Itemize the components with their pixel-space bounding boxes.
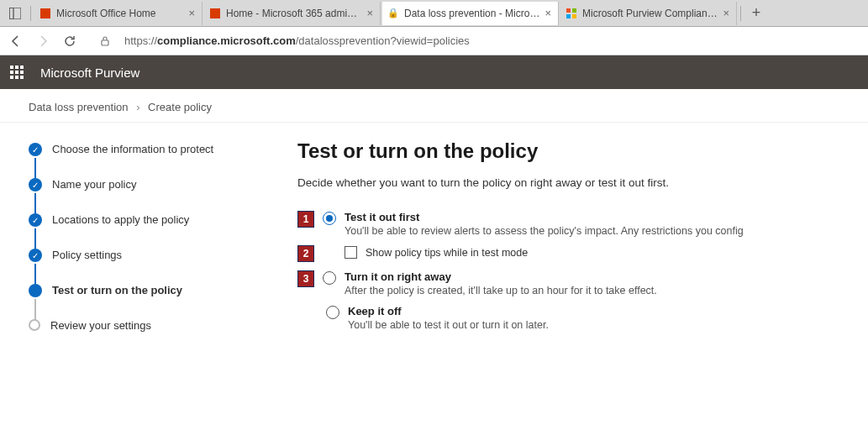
breadcrumb: Data loss prevention › Create policy [0, 89, 868, 123]
option-desc: You'll be able to test it out or turn it… [348, 319, 549, 331]
checkbox-show-tips[interactable] [345, 246, 357, 259]
chevron-right-icon: › [136, 101, 139, 113]
wizard-step-label: Policy settings [52, 249, 122, 261]
wizard-steps: ✓ Choose the information to protect ✓ Na… [29, 139, 247, 339]
wizard-step-label: Choose the information to protect [52, 143, 213, 155]
step-connector [34, 158, 36, 180]
svg-rect-8 [102, 40, 108, 45]
favicon-office-icon [39, 8, 51, 19]
option-keep-off: Keep it off You'll be able to test it ou… [297, 305, 839, 331]
brand-title: Microsoft Purview [40, 66, 139, 80]
favicon-lock-icon: 🔒 [387, 8, 399, 19]
option-test-sub: 2 Show policy tips while in test mode [297, 245, 839, 262]
svg-rect-2 [40, 8, 50, 18]
app-launcher-icon[interactable] [10, 66, 25, 79]
step-connector [34, 228, 36, 250]
step-connector [34, 264, 36, 286]
option-title: Test it out first [345, 211, 744, 223]
close-icon[interactable]: × [366, 7, 373, 19]
svg-rect-4 [566, 8, 571, 13]
current-step-icon [29, 284, 42, 297]
browser-tab[interactable]: Home - Microsoft 365 admin cen × [204, 2, 381, 25]
wizard-step-label: Test or turn on the policy [52, 284, 182, 296]
step-connector [34, 193, 36, 215]
close-icon[interactable]: × [723, 7, 729, 19]
option-test: 1 Test it out first You'll be able to re… [297, 211, 839, 237]
svg-rect-1 [9, 8, 13, 19]
browser-tab[interactable]: Microsoft Office Home × [34, 2, 203, 25]
tab-label: Home - Microsoft 365 admin cen [226, 8, 361, 19]
svg-rect-5 [572, 8, 576, 13]
option-title: Turn it on right away [345, 270, 657, 283]
browser-tab-strip: Microsoft Office Home × Home - Microsoft… [0, 0, 868, 27]
divider [740, 6, 741, 21]
wizard-step[interactable]: ✓ Name your policy [29, 178, 247, 213]
radio-turn-on[interactable] [323, 271, 336, 285]
brand-bar: Microsoft Purview [0, 55, 868, 89]
checkbox-label: Show policy tips while in test mode [366, 247, 528, 259]
pending-step-icon [29, 319, 40, 331]
radio-test-first[interactable] [323, 212, 336, 225]
wizard-step[interactable]: ✓ Choose the information to protect [29, 143, 247, 178]
check-icon: ✓ [29, 143, 42, 156]
option-title: Keep it off [348, 305, 549, 317]
step-connector [34, 299, 36, 321]
tab-label: Microsoft Office Home [56, 8, 183, 19]
tab-label: Microsoft Purview Compliance M [582, 8, 718, 19]
browser-tab[interactable]: 🔒 Data loss prevention - Microsoft × [382, 2, 559, 25]
wizard-step[interactable]: ✓ Policy settings [29, 249, 247, 284]
tab-label: Data loss prevention - Microsoft [404, 8, 539, 19]
option-turn-on: 3 Turn it on right away After the policy… [297, 270, 839, 296]
svg-rect-6 [566, 14, 571, 18]
option-desc: You'll be able to review alerts to asses… [345, 225, 744, 237]
url-path: /datalossprevention?viewid=policies [296, 34, 470, 47]
refresh-button[interactable] [62, 34, 77, 48]
callout-1: 1 [297, 211, 314, 228]
forward-button [35, 34, 50, 48]
svg-rect-7 [572, 14, 576, 18]
breadcrumb-leaf: Create policy [148, 101, 212, 113]
wizard-step-label: Name your policy [52, 178, 136, 191]
wizard-step-label: Review your settings [50, 319, 151, 332]
callout-3: 3 [297, 270, 314, 287]
radio-keep-off[interactable] [326, 306, 339, 319]
check-icon: ✓ [29, 213, 42, 227]
new-tab-button[interactable]: + [744, 3, 768, 24]
page-title: Test or turn on the policy [297, 139, 839, 163]
favicon-office-icon [209, 8, 221, 19]
svg-rect-3 [210, 8, 220, 18]
address-bar: https://compliance.microsoft.com/datalos… [0, 27, 868, 55]
browser-tab[interactable]: Microsoft Purview Compliance M × [560, 2, 737, 25]
back-button[interactable] [8, 34, 24, 48]
tab-overview-button[interactable] [3, 3, 27, 24]
wizard-step[interactable]: Test or turn on the policy [29, 284, 247, 319]
divider [30, 6, 31, 21]
content-area: ✓ Choose the information to protect ✓ Na… [0, 123, 868, 356]
check-icon: ✓ [29, 249, 42, 262]
site-lock-icon[interactable] [97, 35, 113, 47]
wizard-step[interactable]: ✓ Locations to apply the policy [29, 213, 247, 249]
url-host: compliance.microsoft.com [157, 34, 296, 47]
main-panel: Test or turn on the policy Decide whethe… [297, 139, 839, 339]
page-lead: Decide whether you want to turn the poli… [297, 176, 839, 189]
option-desc: After the policy is created, it'll take … [345, 285, 657, 296]
breadcrumb-root[interactable]: Data loss prevention [29, 101, 129, 113]
wizard-step[interactable]: Review your settings [29, 319, 247, 332]
close-icon[interactable]: × [544, 7, 551, 19]
svg-rect-0 [9, 8, 21, 19]
favicon-microsoft-icon [566, 8, 577, 19]
url-text[interactable]: https://compliance.microsoft.com/datalos… [124, 34, 470, 47]
close-icon[interactable]: × [188, 7, 195, 19]
check-icon: ✓ [29, 178, 42, 191]
wizard-step-label: Locations to apply the policy [52, 213, 189, 226]
callout-2: 2 [297, 245, 314, 262]
